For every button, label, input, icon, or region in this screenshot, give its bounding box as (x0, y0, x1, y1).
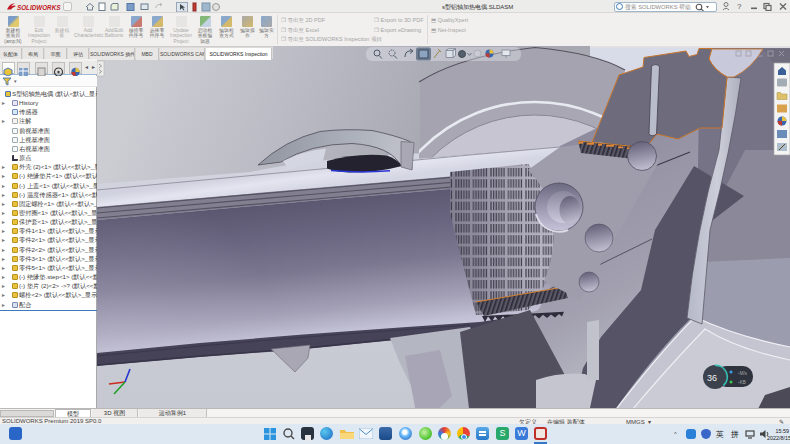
svg-text:◔KB: ◔KB (737, 380, 746, 385)
svg-text:36: 36 (707, 373, 717, 383)
svg-text:SOLIDWORKS: SOLIDWORKS (17, 4, 61, 11)
svg-text:◔M/s: ◔M/s (737, 371, 748, 376)
svg-text:?: ? (737, 2, 742, 11)
